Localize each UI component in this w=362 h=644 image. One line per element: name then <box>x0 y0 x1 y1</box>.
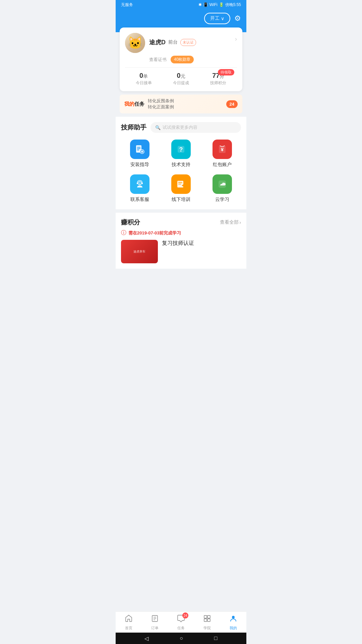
cloud-learning-icon <box>213 174 232 194</box>
nav-orders[interactable]: 订单 <box>142 614 168 631</box>
avatar: 🐱 <box>125 33 145 53</box>
tool-red-packet[interactable]: ¥ 红包账户 <box>203 140 241 168</box>
tasks-icon: 24 <box>177 614 185 625</box>
medal-badge: 40枚勋章 <box>171 56 194 63</box>
orders-icon <box>151 614 159 625</box>
view-all-chevron: › <box>239 220 241 225</box>
course-title: 复习技师认证 <box>162 240 241 247</box>
work-button[interactable]: 开工 ∨ <box>204 13 230 24</box>
status-no-service: 无服务 <box>121 2 133 8</box>
vibrate-icon: 📳 <box>203 2 208 7</box>
tech-support-icon: ? <box>171 140 191 159</box>
profile-info: 途虎D 前台 未认证 <box>149 38 237 48</box>
task-line2: 转化正面案例 <box>148 104 223 110</box>
task-count-badge: 24 <box>226 100 238 108</box>
nav-home[interactable]: 首页 <box>116 614 142 631</box>
mine-icon <box>229 614 237 625</box>
earnings-label: 今日提成 <box>162 80 199 86</box>
svg-rect-24 <box>204 615 207 618</box>
stats-row: 0单 今日接单 0元 今日提成 77分 技师积分 待领取 <box>125 67 237 86</box>
orders-unit: 单 <box>143 73 148 79</box>
nav-tasks-label: 任务 <box>177 626 185 631</box>
tool-label-service: 联系客服 <box>130 197 149 203</box>
red-packet-icon: ¥ <box>213 140 232 159</box>
view-all-button[interactable]: 查看全部 › <box>220 219 241 225</box>
tool-label-tech: 技术支持 <box>172 162 190 168</box>
task-content: 转化反围条例 转化正面案例 <box>148 98 223 110</box>
search-icon: 🔍 <box>155 125 161 130</box>
home-button[interactable]: ○ <box>180 635 183 641</box>
status-bar: 无服务 ✱ 📳 WiFi 🔋 傍晚5:55 <box>116 0 246 9</box>
orders-number: 0 <box>139 72 143 79</box>
svg-point-28 <box>232 616 235 619</box>
search-placeholder: 试试搜索更多内容 <box>163 124 197 130</box>
tool-label-redpacket: 红包账户 <box>213 162 232 168</box>
verify-badge: 未认证 <box>180 39 196 46</box>
search-box[interactable]: 🔍 试试搜索更多内容 <box>150 122 241 133</box>
svg-rect-13 <box>142 182 143 184</box>
tool-label-cloud: 云学习 <box>215 197 229 203</box>
nav-mine[interactable]: 我的 <box>220 614 246 631</box>
chevron-down-icon: ∨ <box>221 16 224 21</box>
section-title-assistant: 技师助手 <box>121 123 146 132</box>
course-thumbnail: 途虎养车 <box>121 240 158 263</box>
earn-section: 赚积分 查看全部 › ⓘ 需在2019-07-03前完成学习 途虎养车 复习技师… <box>116 213 246 269</box>
settings-icon[interactable]: ⚙ <box>234 14 241 23</box>
profile-cert-row: 查看证书 40枚勋章 <box>125 56 237 63</box>
nav-mine-label: 我的 <box>230 626 237 631</box>
svg-rect-18 <box>178 182 182 182</box>
clock: 傍晚5:55 <box>225 2 241 8</box>
tool-tech-support[interactable]: ? 技术支持 <box>162 140 200 168</box>
tool-install-guide[interactable]: 安装指导 <box>121 140 159 168</box>
task-red-label: 我的 <box>124 101 134 107</box>
stat-orders: 0单 今日接单 <box>125 72 162 86</box>
earnings-unit: 元 <box>181 73 185 79</box>
pending-badge[interactable]: 待领取 <box>218 69 234 75</box>
profile-top: 🐱 途虎D 前台 未认证 › <box>125 33 237 53</box>
bottom-nav: 首页 订单 24 任务 <box>116 611 246 633</box>
work-button-label: 开工 <box>210 15 220 21</box>
deadline-text: 需在2019-07-03前完成学习 <box>128 230 181 236</box>
nav-tasks[interactable]: 24 任务 <box>168 614 194 631</box>
system-bar: ◁ ○ □ <box>116 633 246 644</box>
task-banner[interactable]: 我的任务 转化反围条例 转化正面案例 24 <box>120 95 242 113</box>
customer-service-icon <box>130 174 149 194</box>
bluetooth-icon: ✱ <box>198 2 202 7</box>
svg-point-14 <box>139 182 140 184</box>
course-card[interactable]: 途虎养车 复习技师认证 <box>121 240 241 263</box>
assistant-section: 技师助手 🔍 试试搜索更多内容 安装指导 <box>116 117 246 209</box>
svg-rect-27 <box>207 619 210 622</box>
nav-academy[interactable]: 学院 <box>194 614 220 631</box>
tool-grid: 安装指导 ? 技术支持 ¥ 红包账户 <box>121 138 241 204</box>
view-all-label: 查看全部 <box>220 219 239 225</box>
tool-offline-training[interactable]: 线下培训 <box>162 174 200 203</box>
tool-label-install: 安装指导 <box>130 162 149 168</box>
wifi-icon: WiFi <box>209 2 218 7</box>
avatar-cat: 🐱 <box>128 37 143 49</box>
home-icon <box>125 614 133 625</box>
battery-icon: 🔋 <box>219 2 224 7</box>
tasks-badge: 24 <box>182 612 188 619</box>
back-button[interactable]: ◁ <box>144 635 148 642</box>
nav-orders-label: 订单 <box>151 626 159 631</box>
deadline-row: ⓘ 需在2019-07-03前完成学习 <box>121 229 241 236</box>
svg-point-5 <box>141 151 143 153</box>
svg-text:¥: ¥ <box>221 147 224 152</box>
earnings-number: 0 <box>177 72 180 79</box>
stat-earnings: 0元 今日提成 <box>162 72 199 86</box>
tool-cloud-learning[interactable]: 云学习 <box>203 174 241 203</box>
offline-training-icon <box>171 174 191 194</box>
svg-rect-12 <box>137 182 138 184</box>
points-label: 技师积分 <box>200 80 237 86</box>
nav-home-label: 首页 <box>125 626 132 631</box>
recent-button[interactable]: □ <box>214 635 218 641</box>
svg-rect-25 <box>207 615 210 618</box>
cert-link[interactable]: 查看证书 <box>149 57 167 63</box>
tool-customer-service[interactable]: 联系客服 <box>121 174 159 203</box>
profile-chevron-icon[interactable]: › <box>235 36 237 43</box>
earn-title: 赚积分 <box>121 218 140 227</box>
profile-role: 前台 <box>168 39 178 45</box>
svg-text:?: ? <box>179 146 183 153</box>
install-guide-icon <box>130 140 149 159</box>
tool-label-training: 线下培训 <box>172 197 190 203</box>
